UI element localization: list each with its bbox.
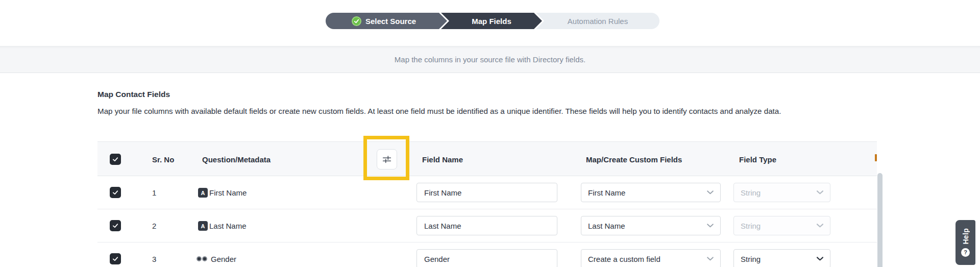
wizard-step-label: Select Source	[365, 17, 416, 26]
section-description: Map your file columns with available def…	[97, 107, 886, 115]
row-question-label: First Name	[209, 176, 247, 209]
row-checkbox[interactable]	[110, 253, 121, 264]
row-question-label: Gender	[211, 242, 236, 267]
row-sr-no: 3	[152, 242, 156, 267]
wizard-step-select-source[interactable]: Select Source	[326, 13, 447, 29]
map-field-dropdown[interactable]: First Name	[581, 183, 721, 202]
table-header-row: Sr. No Question/Metadata Field Name Map/…	[97, 141, 877, 176]
radio-dots-icon	[197, 256, 207, 261]
checkmark-icon	[112, 255, 119, 262]
chevron-down-icon	[707, 257, 714, 261]
row-sr-no: 2	[152, 209, 156, 242]
letter-a-icon: A	[198, 188, 208, 198]
map-field-dropdown[interactable]: Create a custom field	[581, 249, 721, 267]
vertical-scrollbar-thumb[interactable]	[877, 173, 883, 267]
select-all-checkbox[interactable]	[110, 154, 121, 165]
field-name-input[interactable]	[416, 183, 557, 202]
help-tab[interactable]: Help ?	[955, 220, 975, 265]
header-field-type: Field Type	[739, 142, 776, 177]
wizard-step-map-fields[interactable]: Map Fields	[441, 13, 542, 29]
subheader-text: Map the columns in your source file with…	[395, 55, 585, 64]
field-type-dropdown[interactable]: String	[733, 183, 830, 202]
wizard-step-automation-rules[interactable]: Automation Rules	[536, 13, 659, 29]
subheader-band: Map the columns in your source file with…	[0, 46, 980, 73]
field-type-dropdown[interactable]: String	[733, 216, 830, 235]
chevron-down-icon	[817, 224, 823, 228]
check-circle-icon	[352, 16, 361, 26]
field-type-value: String	[741, 255, 761, 263]
field-type-value: String	[741, 188, 761, 197]
map-field-value: Create a custom field	[588, 255, 660, 263]
header-question-metadata: Question/Metadata	[202, 142, 271, 177]
header-field-name: Field Name	[422, 142, 463, 177]
chevron-down-icon	[707, 224, 714, 228]
truncated-column-marker	[875, 154, 877, 161]
table-body: 1 A First Name First Name String 2 A Las…	[97, 176, 877, 267]
row-checkbox[interactable]	[110, 187, 121, 198]
field-type-dropdown[interactable]: String	[733, 249, 830, 267]
wizard-step-label: Map Fields	[472, 17, 511, 26]
sliders-icon	[381, 154, 393, 165]
row-sr-no: 1	[152, 176, 156, 209]
field-name-input[interactable]	[416, 216, 557, 235]
table-row: 1 A First Name First Name String	[97, 176, 877, 209]
table-row: 2 A Last Name Last Name String	[97, 209, 877, 242]
checkmark-icon	[112, 222, 119, 229]
chevron-down-icon	[707, 190, 714, 195]
wizard-breadcrumb: Select Source Map Fields Automation Rule…	[326, 13, 659, 29]
map-field-dropdown[interactable]: Last Name	[581, 216, 721, 235]
header-sr-no: Sr. No	[152, 142, 174, 177]
section-title: Map Contact Fields	[97, 90, 170, 99]
checkmark-icon	[112, 189, 119, 196]
chevron-down-icon	[817, 257, 823, 261]
question-circle-icon: ?	[961, 248, 970, 257]
map-field-value: First Name	[588, 188, 625, 197]
letter-a-icon: A	[198, 221, 208, 231]
checkmark-icon	[112, 156, 119, 163]
field-mapping-table: Sr. No Question/Metadata Field Name Map/…	[97, 141, 877, 267]
row-question-label: Last Name	[209, 209, 247, 242]
row-checkbox[interactable]	[110, 220, 121, 231]
map-fields-page: Select Source Map Fields Automation Rule…	[0, 0, 980, 267]
wizard-step-label: Automation Rules	[568, 17, 628, 26]
wizard-header: Select Source Map Fields Automation Rule…	[0, 0, 980, 46]
field-type-value: String	[741, 222, 761, 230]
table-row: 3 A Gender Create a custom field String	[97, 242, 877, 267]
map-field-value: Last Name	[588, 222, 625, 230]
help-tab-label: Help	[962, 228, 970, 245]
header-map-create-custom-fields: Map/Create Custom Fields	[586, 142, 682, 177]
column-settings-button[interactable]	[377, 149, 397, 169]
field-name-input[interactable]	[416, 249, 557, 267]
chevron-down-icon	[817, 190, 823, 195]
